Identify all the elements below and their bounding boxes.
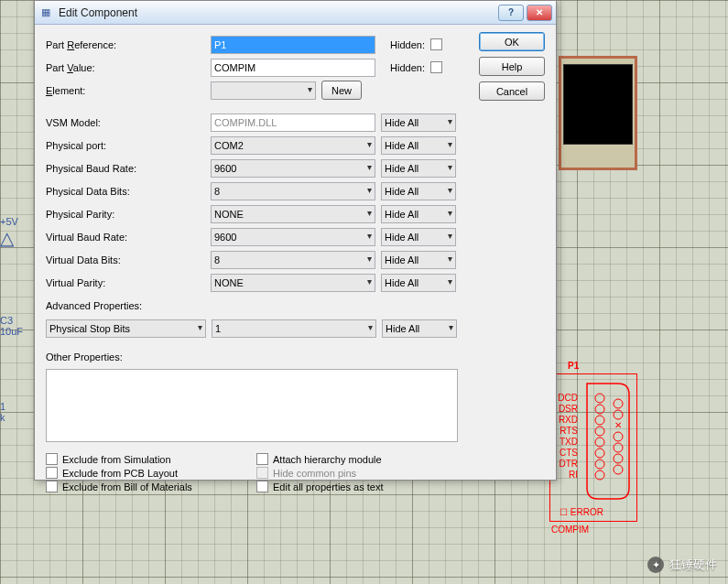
- app-icon: ▦: [38, 5, 53, 20]
- virtual-parity-hide-combo[interactable]: Hide All: [381, 274, 456, 292]
- compim-error: ☐ ERROR: [560, 507, 603, 517]
- physical-baud-label: Physical Baud Rate:: [46, 163, 211, 174]
- hidden-label-2: Hidden:: [381, 62, 425, 73]
- component-r-label: 1k: [0, 401, 5, 423]
- other-props-textarea[interactable]: [46, 369, 458, 442]
- virtual-baud-combo[interactable]: 9600: [211, 228, 375, 246]
- svg-point-0: [595, 394, 604, 403]
- watermark: ✦ 狂锤硬件: [647, 557, 717, 573]
- virtual-databits-hide-combo[interactable]: Hide All: [381, 251, 456, 269]
- edit-component-dialog: ▦ Edit Component ? ✕ OK Help Cancel Part…: [34, 0, 557, 481]
- new-button[interactable]: New: [321, 81, 362, 100]
- adv-val-combo[interactable]: 1: [212, 319, 376, 338]
- lcd-component: [559, 56, 637, 170]
- hide-common-pins-checkbox: Hide common pins: [256, 467, 458, 479]
- svg-point-3: [614, 410, 623, 419]
- adv-hide-combo[interactable]: Hide All: [382, 319, 457, 338]
- svg-point-11: [614, 454, 623, 463]
- exclude-sim-checkbox[interactable]: Exclude from Simulation: [46, 453, 247, 465]
- help-button[interactable]: Help: [479, 57, 545, 76]
- virtual-parity-combo[interactable]: NONE: [211, 274, 375, 292]
- other-props-label: Other Properties:: [46, 351, 123, 362]
- hidden-label: Hidden:: [381, 39, 425, 50]
- element-label: Element:: [46, 85, 211, 96]
- svg-point-9: [614, 443, 623, 452]
- dialog-title: Edit Component: [59, 6, 495, 19]
- svg-point-7: [614, 432, 623, 441]
- exclude-pcb-checkbox[interactable]: Exclude from PCB Layout: [46, 467, 247, 479]
- svg-point-12: [595, 460, 604, 469]
- svg-point-2: [595, 405, 604, 414]
- virtual-baud-label: Virtual Baud Rate:: [46, 232, 211, 243]
- physical-databits-label: Physical Data Bits:: [46, 186, 211, 197]
- physical-port-combo[interactable]: COM2: [211, 136, 375, 155]
- part-ref-input[interactable]: [211, 36, 375, 54]
- svg-text:✕: ✕: [614, 420, 622, 430]
- physical-baud-hide-combo[interactable]: Hide All: [381, 159, 456, 178]
- part-value-label: Part Value:: [46, 62, 211, 73]
- compim-name: COMPIM: [551, 525, 589, 535]
- compim-ref: P1: [568, 361, 579, 371]
- part-ref-label: Part Reference:: [46, 39, 211, 50]
- physical-databits-hide-combo[interactable]: Hide All: [381, 182, 456, 200]
- wechat-icon: ✦: [647, 557, 664, 573]
- component-c3-label: C310uF: [0, 315, 23, 337]
- virtual-baud-hide-combo[interactable]: Hide All: [381, 228, 456, 246]
- compim-component: P1 DCDDSR RXDRTS TXDCTS DTRRI ✕ ☐ ERROR …: [549, 364, 637, 533]
- ok-button[interactable]: OK: [479, 32, 545, 51]
- element-combo[interactable]: [211, 81, 316, 100]
- part-value-input[interactable]: [211, 59, 375, 77]
- lcd-screen: [563, 64, 633, 145]
- adv-key-combo[interactable]: Physical Stop Bits: [46, 319, 206, 338]
- cancel-button[interactable]: Cancel: [479, 81, 545, 101]
- vsm-model-label: VSM Model:: [46, 117, 211, 128]
- svg-point-13: [614, 465, 623, 474]
- svg-point-4: [595, 416, 604, 425]
- svg-point-6: [595, 427, 604, 436]
- virtual-parity-label: Virtual Parity:: [46, 277, 211, 288]
- advanced-label: Advanced Properties:: [46, 300, 142, 311]
- virtual-databits-label: Virtual Data Bits:: [46, 254, 211, 265]
- titlebar-help-button[interactable]: ?: [498, 5, 524, 21]
- svg-point-10: [595, 449, 604, 458]
- edit-as-text-checkbox[interactable]: Edit all properties as text: [256, 481, 458, 492]
- part-value-hidden-checkbox[interactable]: [430, 61, 442, 73]
- vsm-model-hide-combo[interactable]: Hide All: [381, 114, 456, 132]
- physical-parity-hide-combo[interactable]: Hide All: [381, 205, 456, 223]
- exclude-bom-checkbox[interactable]: Exclude from Bill of Materials: [46, 481, 247, 492]
- svg-point-8: [595, 438, 604, 447]
- vsm-model-input[interactable]: [211, 114, 375, 132]
- attach-hierarchy-checkbox[interactable]: Attach hierarchy module: [256, 453, 458, 465]
- virtual-databits-combo[interactable]: 8: [211, 251, 375, 269]
- db9-connector-icon: ✕: [581, 382, 633, 501]
- physical-baud-combo[interactable]: 9600: [211, 159, 375, 178]
- physical-port-label: Physical port:: [46, 140, 211, 151]
- physical-databits-combo[interactable]: 8: [211, 182, 375, 200]
- physical-port-hide-combo[interactable]: Hide All: [381, 136, 456, 155]
- titlebar[interactable]: ▦ Edit Component ? ✕: [35, 1, 556, 25]
- part-ref-hidden-checkbox[interactable]: [430, 38, 442, 50]
- physical-parity-label: Physical Parity:: [46, 209, 211, 220]
- compim-pin-labels: DCDDSR RXDRTS TXDCTS DTRRI: [554, 393, 578, 481]
- svg-point-1: [614, 399, 623, 408]
- svg-point-14: [595, 470, 604, 480]
- physical-parity-combo[interactable]: NONE: [211, 205, 375, 223]
- titlebar-close-button[interactable]: ✕: [527, 5, 552, 21]
